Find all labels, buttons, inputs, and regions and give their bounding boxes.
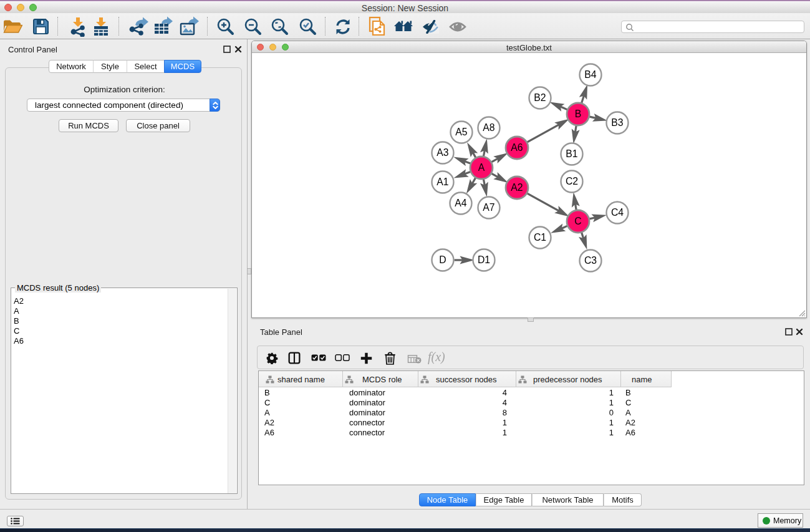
svg-text:B1: B1 — [566, 148, 578, 159]
svg-text:A6: A6 — [511, 142, 523, 153]
svg-text:B: B — [575, 109, 582, 119]
svg-text:D: D — [439, 254, 446, 265]
svg-text:A8: A8 — [483, 122, 495, 133]
svg-text:A3: A3 — [436, 147, 449, 158]
svg-text:C2: C2 — [566, 176, 578, 186]
svg-text:B2: B2 — [534, 92, 546, 103]
svg-text:A2: A2 — [511, 182, 523, 193]
svg-text:B3: B3 — [611, 117, 624, 128]
svg-text:C3: C3 — [584, 255, 597, 266]
svg-text:C4: C4 — [611, 207, 624, 218]
svg-text:A4: A4 — [455, 198, 467, 208]
svg-text:A1: A1 — [436, 177, 449, 187]
svg-text:A5: A5 — [455, 127, 468, 137]
svg-text:A7: A7 — [483, 202, 494, 213]
svg-text:A: A — [478, 162, 485, 173]
svg-text:C: C — [574, 216, 581, 226]
svg-text:C1: C1 — [534, 232, 546, 243]
svg-text:B4: B4 — [584, 69, 597, 80]
svg-text:D1: D1 — [478, 254, 490, 265]
